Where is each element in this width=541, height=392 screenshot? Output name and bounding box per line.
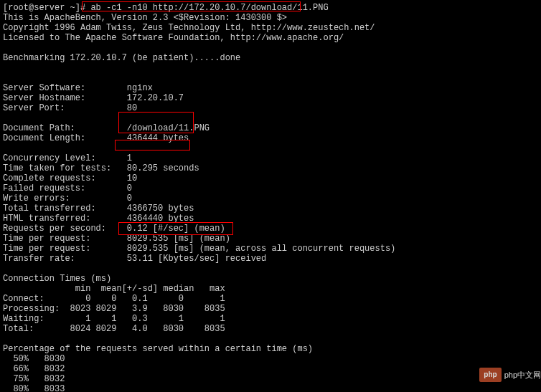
connection-times-total: Total: 8024 8029 4.0 8030 8035 — [3, 324, 538, 334]
percentile-50: 50% 8030 — [3, 354, 538, 364]
connection-times-processing: Processing: 8023 8029 3.9 8030 8035 — [3, 304, 538, 314]
percentile-66: 66% 8032 — [3, 364, 538, 374]
watermark: php php中文网 — [479, 368, 541, 382]
ab-header-line: This is ApacheBench, Version 2.3 <$Revis… — [3, 13, 538, 23]
document-path: Document Path: /download/11.PNG — [3, 123, 538, 133]
percentile-75: 75% 8032 — [3, 374, 538, 384]
transfer-rate: Transfer rate: 53.11 [Kbytes/sec] receiv… — [3, 254, 538, 264]
write-errors: Write errors: 0 — [3, 193, 538, 204]
time-per-request-mean: Time per request: 8029.535 [ms] (mean) — [3, 234, 538, 244]
ab-copyright: Copyright 1996 Adam Twiss, Zeus Technolo… — [3, 23, 538, 33]
prompt-command: [root@server ~]# ab -c1 -n10 http://172.… — [3, 3, 538, 13]
blank-line — [3, 43, 538, 53]
blank-line — [3, 63, 538, 73]
blank-line — [3, 143, 538, 153]
blank-line — [3, 113, 538, 123]
connection-times-title: Connection Times (ms) — [3, 274, 538, 284]
watermark-text: php中文网 — [504, 370, 541, 380]
requests-per-second: Requests per second: 0.12 [#/sec] (mean) — [3, 224, 538, 234]
benchmark-progress: Benchmarking 172.20.10.7 (be patient)...… — [3, 53, 538, 63]
blank-line — [3, 334, 538, 344]
concurrency-level: Concurrency Level: 1 — [3, 153, 538, 163]
failed-requests: Failed requests: 0 — [3, 183, 538, 193]
watermark-badge: php — [479, 368, 501, 382]
server-software: Server Software: nginx — [3, 83, 538, 93]
blank-line — [3, 73, 538, 83]
html-transferred: HTML transferred: 4364440 bytes — [3, 214, 538, 224]
server-hostname: Server Hostname: 172.20.10.7 — [3, 93, 538, 103]
ab-license: Licensed to The Apache Software Foundati… — [3, 33, 538, 43]
time-per-request-all: Time per request: 8029.535 [ms] (mean, a… — [3, 244, 538, 254]
percentile-title: Percentage of the requests served within… — [3, 344, 538, 354]
connection-times-waiting: Waiting: 1 1 0.3 1 1 — [3, 314, 538, 324]
document-length: Document Length: 436444 bytes — [3, 133, 538, 143]
percentile-80: 80% 8033 — [3, 384, 538, 392]
server-port: Server Port: 80 — [3, 103, 538, 113]
time-taken: Time taken for tests: 80.295 seconds — [3, 163, 538, 173]
blank-line — [3, 264, 538, 274]
complete-requests: Complete requests: 10 — [3, 173, 538, 183]
connection-times-header: min mean[+/-sd] median max — [3, 284, 538, 294]
connection-times-connect: Connect: 0 0 0.1 0 1 — [3, 294, 538, 304]
total-transferred: Total transferred: 4366750 bytes — [3, 204, 538, 214]
